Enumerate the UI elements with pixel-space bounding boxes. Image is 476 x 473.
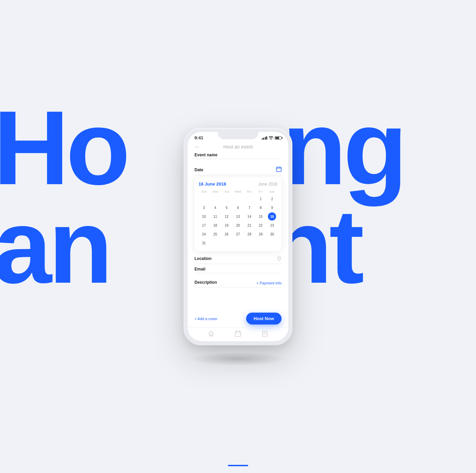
cal-date-22[interactable]: 22 bbox=[257, 221, 265, 229]
battery-icon bbox=[275, 136, 282, 140]
phone-shadow bbox=[190, 352, 286, 366]
tab-menu[interactable] bbox=[261, 330, 268, 337]
cal-date-5[interactable]: 5 bbox=[223, 204, 231, 212]
phone-frame: 9:41 bbox=[184, 128, 292, 345]
host-now-button[interactable]: Host Now bbox=[246, 313, 282, 325]
calendar-day-names: Sun Mon Tue Wed Thu Fri Sat bbox=[199, 190, 277, 193]
cal-date-9[interactable]: 9 bbox=[268, 204, 276, 212]
email-label: Email bbox=[194, 267, 282, 271]
cal-date-3[interactable]: 3 bbox=[200, 204, 208, 212]
status-time: 9:41 bbox=[194, 135, 203, 140]
date-divider bbox=[194, 175, 282, 175]
event-name-divider bbox=[194, 159, 282, 159]
cal-date-15[interactable]: 15 bbox=[257, 212, 265, 221]
cal-date-21[interactable]: 21 bbox=[245, 221, 253, 229]
cal-date-27[interactable]: 27 bbox=[234, 230, 242, 238]
signal-bar-4 bbox=[266, 136, 267, 140]
day-wed: Wed bbox=[232, 190, 243, 193]
phone-screen: 9:41 bbox=[188, 132, 288, 341]
day-fri: Fri bbox=[255, 190, 266, 193]
selected-date-display: 16 June 2018 bbox=[199, 181, 226, 187]
cal-date-14[interactable]: 14 bbox=[245, 212, 253, 221]
cal-date-16[interactable]: 16 bbox=[268, 212, 276, 221]
bottom-tab-bar bbox=[188, 327, 288, 341]
location-divider bbox=[194, 264, 282, 264]
page-indicator bbox=[228, 465, 248, 466]
day-tue: Tue bbox=[221, 190, 232, 193]
location-row: Location bbox=[194, 255, 282, 264]
back-button[interactable]: ← bbox=[194, 144, 200, 150]
cal-date-17[interactable]: 17 bbox=[200, 221, 208, 229]
nav-bar: ← Host an event bbox=[188, 142, 288, 153]
signal-bar-1 bbox=[262, 138, 263, 140]
cal-date-20[interactable]: 20 bbox=[234, 221, 242, 229]
svg-rect-0 bbox=[276, 167, 281, 172]
calendar-dates: 1234567891011121314151617181920212223242… bbox=[199, 195, 277, 247]
calendar-month: June 2018 bbox=[258, 182, 277, 187]
description-divider bbox=[194, 287, 282, 288]
cal-date-25[interactable]: 25 bbox=[211, 230, 219, 238]
cal-date-18[interactable]: 18 bbox=[211, 221, 219, 229]
signal-bar-3 bbox=[265, 137, 266, 140]
cal-date-12[interactable]: 12 bbox=[223, 212, 231, 221]
cal-date-8[interactable]: 8 bbox=[257, 204, 265, 212]
cal-date-7[interactable]: 7 bbox=[245, 204, 253, 212]
cal-date-29[interactable]: 29 bbox=[257, 230, 265, 238]
payment-info-link[interactable]: + Payment info bbox=[256, 281, 282, 285]
status-icons bbox=[262, 136, 282, 140]
cal-date-23[interactable]: 23 bbox=[268, 221, 276, 229]
calendar-grid: Sun Mon Tue Wed Thu Fri Sat 123456789101… bbox=[199, 190, 277, 247]
cal-date-1[interactable]: 1 bbox=[257, 195, 265, 203]
cal-date-10[interactable]: 10 bbox=[200, 212, 208, 221]
cal-date-30[interactable]: 30 bbox=[268, 230, 276, 238]
cal-date-19[interactable]: 19 bbox=[223, 221, 231, 229]
svg-rect-4 bbox=[235, 331, 241, 336]
signal-bar-2 bbox=[263, 138, 264, 140]
description-payment-row: Description + Payment info bbox=[194, 279, 282, 287]
calendar-icon[interactable] bbox=[276, 167, 282, 173]
calendar-header: 16 June 2018 June 2018 bbox=[199, 181, 277, 187]
cal-date-24[interactable]: 24 bbox=[200, 230, 208, 238]
page-title: Host an event bbox=[223, 144, 253, 150]
cal-date-31[interactable]: 31 bbox=[200, 239, 208, 247]
tab-calendar[interactable] bbox=[235, 330, 241, 337]
location-label: Location bbox=[194, 256, 211, 261]
day-sun: Sun bbox=[199, 190, 210, 193]
phone-wrapper: 9:41 bbox=[184, 128, 292, 345]
day-mon: Mon bbox=[210, 190, 221, 193]
cal-date-28[interactable]: 28 bbox=[245, 230, 253, 238]
day-sat: Sat bbox=[266, 190, 277, 193]
bottom-action-area: + Add a cover Host Now bbox=[188, 309, 288, 327]
event-name-label: Event name bbox=[194, 153, 282, 157]
calendar-card: 16 June 2018 June 2018 Sun Mon Tue Wed T… bbox=[194, 177, 282, 251]
cal-date-2[interactable]: 2 bbox=[268, 195, 276, 203]
day-thu: Thu bbox=[244, 190, 255, 193]
cal-date-11[interactable]: 11 bbox=[211, 212, 219, 221]
signal-icon bbox=[262, 136, 268, 140]
cal-date-13[interactable]: 13 bbox=[234, 212, 242, 221]
date-field-row: Date bbox=[194, 164, 282, 175]
cal-date-6[interactable]: 6 bbox=[234, 204, 242, 212]
svg-rect-8 bbox=[262, 331, 267, 336]
tab-home[interactable] bbox=[208, 330, 215, 337]
cal-date-4[interactable]: 4 bbox=[211, 204, 219, 212]
description-label: Description bbox=[194, 280, 217, 285]
screen-content: Event name Date bbox=[188, 153, 288, 309]
email-field: Email bbox=[194, 267, 282, 276]
event-name-field: Event name bbox=[194, 153, 282, 162]
bg-text-line2: an ent bbox=[0, 194, 361, 299]
date-label: Date bbox=[194, 168, 203, 172]
cal-date-26[interactable]: 26 bbox=[223, 230, 231, 238]
email-divider bbox=[194, 273, 282, 273]
battery-fill bbox=[275, 137, 279, 139]
add-cover-link[interactable]: + Add a cover bbox=[194, 317, 218, 321]
wifi-icon bbox=[269, 136, 273, 140]
phone-notch bbox=[218, 132, 258, 139]
location-icon bbox=[277, 256, 282, 262]
